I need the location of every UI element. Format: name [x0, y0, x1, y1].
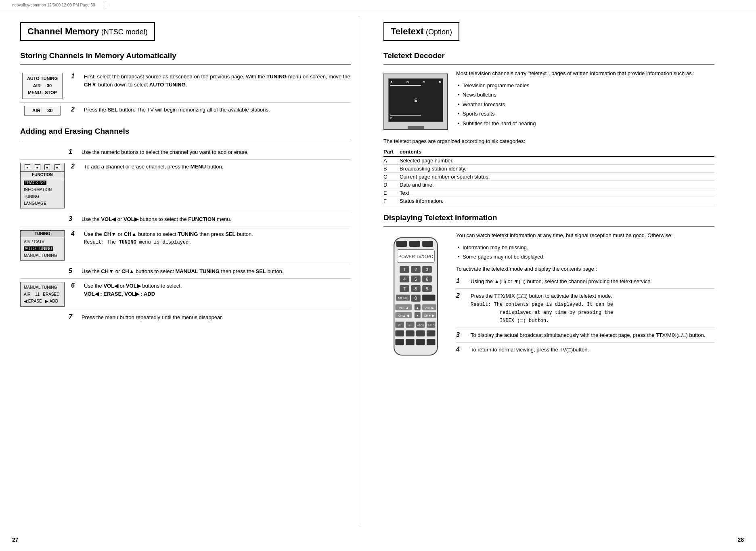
table-cell-b-key: B	[383, 165, 400, 173]
table-cell-f-key: F	[383, 197, 400, 205]
step-text-1: First, select the broadcast source as de…	[84, 73, 351, 88]
displaying-heading: Displaying Teletext Information	[383, 213, 714, 222]
add-step-3-content: 3 Use the VOL◀ or VOL▶ buttons to select…	[69, 215, 231, 223]
fn-header: ■ ■ ■ ■	[21, 163, 64, 172]
svg-text:0: 0	[415, 296, 417, 301]
disp-step-num-2: 2	[456, 292, 464, 299]
teletext-decoder-section: Teletext Decoder A B C D	[383, 51, 714, 205]
add-step-3-row: 3 Use the VOL◀ or VOL▶ buttons to select…	[20, 212, 351, 227]
decoder-divider	[383, 64, 714, 65]
adding-erasing-section: Adding and Erasing Channels 1 Use the nu…	[20, 127, 351, 325]
disp-step-num-1: 1	[456, 278, 464, 285]
bullet-4: Sports results	[456, 109, 714, 119]
auto-tuning-menu-box: AUTO TUNING AIR 30 MENU : STOP	[22, 73, 63, 99]
add-step-2-content: 2 To add a channel or erase channel, pre…	[71, 163, 223, 171]
disp-step-1: 1 Using the ▲(□) or ▼(□) button, select …	[456, 274, 714, 289]
result-4: Result: The TUNING menu is displayed.	[84, 240, 191, 245]
table-cell-a-val: Selected page number.	[400, 156, 714, 165]
tv-middle: E	[390, 86, 441, 114]
add-step-num-5: 5	[69, 267, 77, 275]
tv-diagram-container: A B C D E	[383, 69, 448, 134]
table-header-contents: contents	[400, 147, 714, 156]
tuning-item-2: AUTO TUNING	[24, 245, 61, 252]
table-cell-f-val: Status information.	[400, 197, 714, 205]
disp-step-num-4: 4	[456, 346, 464, 353]
fn-icon-3: ■	[44, 164, 50, 170]
menu-line-1: AUTO TUNING	[27, 75, 58, 82]
step-num-2: 2	[71, 106, 79, 113]
divider2	[20, 140, 351, 140]
teletext-title-box: Teletext (Option)	[383, 22, 459, 41]
add-step-4-content: 4 Use the CH▼ or CH▲ buttons to select T…	[71, 230, 253, 246]
divider1	[20, 64, 351, 65]
step-1-row: AUTO TUNING AIR 30 MENU : STOP 1 First, …	[20, 69, 351, 102]
display-intro: You can watch teletext information at an…	[456, 231, 714, 240]
channel-memory-title-normal: (NTSC model)	[101, 28, 148, 36]
step-text-2: Press the SEL button. The TV will begin …	[84, 106, 270, 114]
fn-icon-1: ■	[25, 164, 30, 170]
fn-item-4: LANGUAGE	[24, 200, 61, 207]
disp-step-4: 4 To return to normal viewing, press the…	[456, 342, 714, 357]
add-step-text-2: To add a channel or erase channel, press…	[84, 163, 223, 171]
svg-rect-53	[395, 339, 404, 345]
right-page: Teletext (Option) Teletext Decoder A B	[375, 18, 722, 524]
tv-label-f: F	[390, 116, 392, 120]
print-header-text: neovalley-common 12/6/00 12:09 PM Page 3…	[12, 3, 95, 7]
decoder-bullets: Television programme tables News bulleti…	[456, 81, 714, 128]
svg-text:2: 2	[415, 267, 417, 272]
svg-text:CH▲ ◀: CH▲ ◀	[398, 314, 409, 318]
svg-rect-55	[416, 339, 425, 345]
disp-step-text-2: Press the TTX/MIX (□/□) button to activa…	[471, 292, 613, 324]
fn-items: TRACKING INFORMATION TUNING LANGUAGE	[21, 178, 64, 208]
bullet-1: Television programme tables	[456, 81, 714, 90]
add-step-num-4: 4	[71, 230, 79, 238]
tuning-menu-box: TUNING AIR / CATV AUTO TUNING MANUAL TUN…	[20, 230, 65, 261]
svg-text:▲: ▲	[416, 306, 419, 310]
add-step-7-content: 7 Press the menu button repeatedly until…	[69, 313, 223, 322]
svg-rect-28	[422, 294, 435, 301]
disp-step-3: 3 To display the actual broadcast simult…	[456, 328, 714, 343]
tv-label-a: A	[390, 80, 393, 84]
teletext-title-bold: Teletext	[391, 26, 424, 36]
table-cell-d-key: D	[383, 181, 400, 189]
display-steps: 1 Using the ▲(□) or ▼(□) button, select …	[456, 274, 714, 357]
display-divider	[383, 226, 714, 227]
table-row: C Current page number or search status.	[383, 173, 714, 181]
table-header-part: Part	[383, 147, 400, 156]
tv-label-e: E	[415, 98, 417, 103]
svg-rect-1	[396, 241, 407, 247]
add-step-num-3: 3	[69, 215, 77, 223]
page-numbers: 27 28	[0, 532, 756, 551]
page-num-left: 27	[12, 536, 19, 543]
decoder-text-content: Most television channels carry "teletext…	[456, 69, 714, 131]
tv-bottom-row: F	[390, 116, 441, 120]
decoder-content: A B C D E	[383, 69, 714, 134]
displaying-text-content: You can watch teletext information at an…	[456, 231, 714, 357]
svg-text:S-VID: S-VID	[427, 324, 435, 327]
svg-text:VOL ▶: VOL ▶	[425, 306, 434, 310]
table-cell-b-val: Broadcasting station identity.	[400, 165, 714, 173]
page-num-right: 28	[737, 536, 744, 543]
mt-line-2: AIR 11 ERASED	[24, 291, 61, 298]
disp-step-text-4: To return to normal viewing, press the T…	[471, 346, 589, 354]
table-cell-a-key: A	[383, 156, 400, 165]
tuning-items: AIR / CATV AUTO TUNING MANUAL TUNING	[21, 237, 64, 260]
svg-rect-3	[422, 241, 433, 247]
disp-result-2: Result: The contents page is displayed. …	[471, 302, 613, 324]
svg-text:▼: ▼	[416, 313, 419, 318]
function-menu-box: ■ ■ ■ ■ FUNCTION TRACKING INFORMATION TU…	[20, 163, 65, 208]
menu-line-3: MENU : STOP	[27, 89, 58, 97]
add-step-6-img: MANUAL TUNING AIR 11 ERASED ◀:ERASE ▶:AD…	[20, 282, 65, 307]
disp-step-text-1: Using the ▲(□) or ▼(□) button, select th…	[471, 278, 652, 286]
add-step-5-row: 5 Use the CH▼ or CH▲ buttons to select M…	[20, 264, 351, 279]
svg-text:+100: +100	[417, 324, 424, 327]
table-row: D Date and time.	[383, 181, 714, 189]
decoder-table-intro: The teletext pages are organized accordi…	[383, 138, 714, 144]
decoder-table: Part contents A Selected page number. B …	[383, 147, 714, 205]
step-2-content: 2 Press the SEL button. The TV will begi…	[71, 106, 270, 114]
tv-screen: A B C D E	[388, 78, 443, 122]
mt-line-3: ◀:ERASE ▶:ADD	[24, 298, 61, 305]
section1-steps: AUTO TUNING AIR 30 MENU : STOP 1 First, …	[20, 69, 351, 119]
add-step-num-7: 7	[69, 313, 77, 321]
tv-diagram: A B C D E	[383, 74, 448, 130]
